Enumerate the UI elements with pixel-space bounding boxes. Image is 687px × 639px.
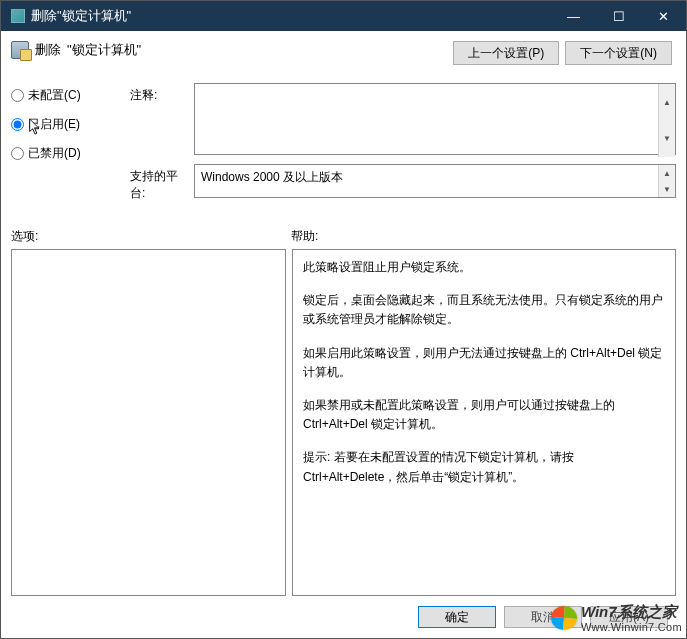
radio-not-configured[interactable]: 未配置(C) [11,87,126,104]
ok-button[interactable]: 确定 [418,606,496,628]
minimize-icon: — [567,9,580,24]
policy-icon [11,41,29,59]
comment-label: 注释: [130,83,190,104]
maximize-icon: ☐ [613,9,625,24]
app-icon [11,9,25,23]
chevron-up-icon: ▲ [659,165,675,181]
policy-name: "锁定计算机" [67,41,141,59]
help-pane[interactable]: 此策略设置阻止用户锁定系统。锁定后，桌面会隐藏起来，而且系统无法使用。只有锁定系… [292,249,676,596]
options-label: 选项: [11,228,291,245]
help-paragraph: 如果禁用或未配置此策略设置，则用户可以通过按键盘上的 Ctrl+Alt+Del … [303,396,665,434]
radio-disabled-label: 已禁用(D) [28,145,81,162]
radio-not-configured-input[interactable] [11,89,24,102]
radio-not-configured-label: 未配置(C) [28,87,81,104]
chevron-up-icon: ▲ [659,84,675,121]
comment-textarea[interactable] [194,83,676,155]
help-paragraph: 此策略设置阻止用户锁定系统。 [303,258,665,277]
window-title: 删除"锁定计算机" [31,7,131,25]
comment-spinner[interactable]: ▲ ▼ [658,84,675,157]
close-icon: ✕ [658,9,669,24]
maximize-button[interactable]: ☐ [596,1,641,31]
window-controls: — ☐ ✕ [551,1,686,31]
next-setting-button[interactable]: 下一个设置(N) [565,41,672,65]
policy-title: 删除 "锁定计算机" [11,39,141,59]
radio-enabled-label: 已启用(E) [28,116,80,133]
help-paragraph: 提示: 若要在未配置设置的情况下锁定计算机，请按 Ctrl+Alt+Delete… [303,448,665,486]
radio-enabled-input[interactable] [11,118,24,131]
help-label: 帮助: [291,228,318,245]
platform-spinner[interactable]: ▲ ▼ [658,165,675,197]
platform-field: Windows 2000 及以上版本 [194,164,676,198]
cancel-button[interactable]: 取消 [504,606,582,628]
minimize-button[interactable]: — [551,1,596,31]
chevron-down-icon: ▼ [659,121,675,158]
platform-label: 支持的平台: [130,164,190,202]
help-paragraph: 如果启用此策略设置，则用户无法通过按键盘上的 Ctrl+Alt+Del 锁定计算… [303,344,665,382]
help-paragraph: 锁定后，桌面会隐藏起来，而且系统无法使用。只有锁定系统的用户或系统管理员才能解除… [303,291,665,329]
options-pane [11,249,286,596]
titlebar: 删除"锁定计算机" — ☐ ✕ [1,1,686,31]
chevron-down-icon: ▼ [659,181,675,197]
radio-enabled[interactable]: 已启用(E) [11,116,126,133]
close-button[interactable]: ✕ [641,1,686,31]
state-radio-group: 未配置(C) 已启用(E) 已禁用(D) [11,83,126,162]
policy-action-label: 删除 [35,41,61,59]
radio-disabled-input[interactable] [11,147,24,160]
apply-button[interactable]: 应用(A) [590,606,668,628]
prev-setting-button[interactable]: 上一个设置(P) [453,41,559,65]
radio-disabled[interactable]: 已禁用(D) [11,145,126,162]
